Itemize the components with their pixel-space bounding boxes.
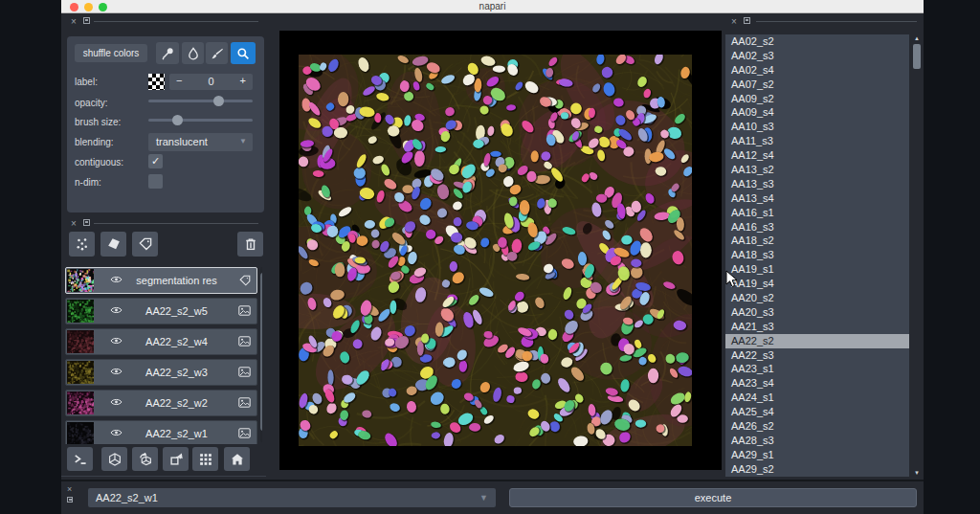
- ndim-checkbox[interactable]: [148, 174, 163, 189]
- layer-name[interactable]: AA22_s2_w2: [123, 397, 230, 409]
- close-dock-icon[interactable]: ×: [71, 219, 77, 229]
- grid-view-button[interactable]: [192, 447, 218, 471]
- layer-visibility-eye-icon[interactable]: [110, 336, 122, 346]
- scrollbar-thumb[interactable]: [260, 273, 262, 431]
- contiguous-checkbox[interactable]: ✓: [148, 154, 163, 168]
- titlebar[interactable]: napari: [61, 0, 924, 13]
- cell-segmentation-image[interactable]: [299, 55, 692, 446]
- image-list-item-aa16_s1[interactable]: AA16_s1: [725, 206, 909, 220]
- layer-visibility-eye-icon[interactable]: [110, 397, 122, 407]
- image-list-item-aa02_s3[interactable]: AA02_s3: [725, 49, 909, 63]
- layer-name[interactable]: AA22_s2_w3: [123, 367, 230, 378]
- paint-tool-button[interactable]: [206, 42, 228, 64]
- brush-size-slider-track[interactable]: [148, 119, 253, 122]
- console-button[interactable]: [67, 447, 93, 471]
- image-list-item-aa23_s1[interactable]: AA23_s1: [725, 362, 909, 376]
- image-list-item-aa26_s2[interactable]: AA26_s2: [725, 419, 909, 434]
- layer-row-aa22-s2-w5[interactable]: AA22_s2_w5: [65, 298, 257, 324]
- close-dock-icon[interactable]: ×: [731, 17, 737, 27]
- layer-visibility-eye-icon[interactable]: [110, 367, 122, 376]
- float-dock-icon[interactable]: [83, 219, 90, 226]
- layer-visibility-eye-icon[interactable]: [110, 275, 122, 284]
- new-points-layer-button[interactable]: [69, 232, 95, 257]
- image-list-item-aa09_s2[interactable]: AA09_s2: [725, 92, 909, 106]
- dock-separator: [94, 21, 258, 22]
- zoom-tool-button[interactable]: [231, 42, 256, 64]
- layer-row-aa22-s2-w3[interactable]: AA22_s2_w3: [65, 359, 257, 386]
- spin-increment-icon[interactable]: +: [240, 75, 246, 86]
- scroll-up-icon[interactable]: ▲: [912, 35, 922, 41]
- brush-size-slider[interactable]: [148, 113, 253, 126]
- image-list-item-aa20_s2[interactable]: AA20_s2: [725, 291, 909, 305]
- close-dock-icon[interactable]: ×: [71, 17, 77, 27]
- image-list-item-aa18_s3[interactable]: AA18_s3: [725, 248, 909, 262]
- viewer-canvas[interactable]: [279, 31, 722, 470]
- layer-name[interactable]: AA22_s2_w5: [123, 305, 230, 317]
- label-spinbox[interactable]: − 0 +: [169, 74, 253, 90]
- layer-row-segmentation-res[interactable]: segmentation res: [65, 267, 257, 294]
- float-dock-icon[interactable]: [83, 17, 90, 24]
- image-list-item-aa13_s4[interactable]: AA13_s4: [725, 191, 909, 206]
- image-list-item-aa16_s3[interactable]: AA16_s3: [725, 220, 909, 235]
- shuffle-colors-button[interactable]: shuffle colors: [75, 44, 147, 62]
- layer-name[interactable]: AA22_s2_w4: [123, 336, 230, 347]
- layer-name[interactable]: AA22_s2_w1: [123, 428, 230, 439]
- image-list-item-aa09_s4[interactable]: AA09_s4: [725, 105, 909, 120]
- image-list-item-aa22_s2[interactable]: AA22_s2: [725, 334, 909, 348]
- image-list-item-aa02_s2[interactable]: AA02_s2: [725, 34, 909, 49]
- layer-row-aa22-s2-w4[interactable]: AA22_s2_w4: [65, 328, 257, 355]
- delete-layer-button[interactable]: [237, 232, 263, 257]
- image-list-item-aa28_s3[interactable]: AA28_s3: [725, 434, 909, 448]
- image-list-scrollbar[interactable]: ▲ ▼: [912, 34, 922, 477]
- image-list-item-aa20_s3[interactable]: AA20_s3: [725, 305, 909, 320]
- image-list-item-aa13_s2[interactable]: AA13_s2: [725, 163, 909, 177]
- image-list-item-aa21_s3[interactable]: AA21_s3: [725, 320, 909, 334]
- layer-row-aa22-s2-w1[interactable]: AA22_s2_w1: [65, 420, 257, 444]
- image-list-item-aa29_s1[interactable]: AA29_s1: [725, 448, 909, 462]
- image-list-item-aa29_s2[interactable]: AA29_s2: [725, 462, 909, 477]
- transpose-button[interactable]: [163, 447, 189, 471]
- image-list-item-aa18_s2[interactable]: AA18_s2: [725, 234, 909, 248]
- layer-thumbnail: [67, 422, 94, 444]
- image-list-item-aa24_s1[interactable]: AA24_s1: [725, 391, 909, 405]
- layer-list-scrollbar[interactable]: [260, 267, 262, 442]
- image-list-item-aa11_s3[interactable]: AA11_s3: [725, 134, 909, 148]
- image-list-item-aa19_s1[interactable]: AA19_s1: [725, 262, 909, 277]
- image-dropdown[interactable]: AA22_s2_w1 ▼: [88, 488, 496, 507]
- new-labels-layer-button[interactable]: [132, 232, 158, 257]
- image-list-item-aa12_s4[interactable]: AA12_s4: [725, 148, 909, 163]
- float-dock-icon[interactable]: [744, 17, 750, 24]
- close-dock-icon[interactable]: ×: [67, 484, 72, 494]
- color-picker-tool-button[interactable]: [156, 42, 179, 64]
- label-color-swatch[interactable]: [148, 74, 165, 90]
- opacity-slider-handle[interactable]: [213, 96, 224, 106]
- image-list-item-aa23_s4[interactable]: AA23_s4: [725, 376, 909, 391]
- image-list-item-aa13_s3[interactable]: AA13_s3: [725, 177, 909, 191]
- image-list-item-aa10_s3[interactable]: AA10_s3: [725, 120, 909, 134]
- scrollbar-thumb[interactable]: [913, 44, 921, 69]
- fill-tool-button[interactable]: [182, 42, 204, 64]
- blending-dropdown[interactable]: translucent ▼: [148, 133, 253, 151]
- image-list-item-aa07_s2[interactable]: AA07_s2: [725, 78, 909, 92]
- layer-name[interactable]: segmentation res: [123, 275, 230, 286]
- layer-row-aa22-s2-w2[interactable]: AA22_s2_w2: [65, 390, 257, 416]
- home-button[interactable]: [224, 447, 250, 471]
- image-list-item-aa02_s4[interactable]: AA02_s4: [725, 63, 909, 78]
- ndisplay-button[interactable]: [101, 447, 127, 471]
- execute-button[interactable]: execute: [509, 488, 917, 507]
- dock-separator: [94, 223, 258, 224]
- scroll-down-icon[interactable]: ▼: [912, 470, 922, 476]
- layer-visibility-eye-icon[interactable]: [110, 428, 122, 437]
- opacity-slider[interactable]: [148, 94, 253, 107]
- image-list-item-aa22_s3[interactable]: AA22_s3: [725, 348, 909, 363]
- image-layer-icon: [238, 428, 251, 438]
- roll-dimensions-button[interactable]: [132, 447, 158, 471]
- image-list-item-aa25_s4[interactable]: AA25_s4: [725, 405, 909, 419]
- image-list-item-aa19_s4[interactable]: AA19_s4: [725, 277, 909, 291]
- new-shapes-layer-button[interactable]: [100, 232, 126, 257]
- layer-visibility-eye-icon[interactable]: [110, 305, 122, 315]
- opacity-slider-track[interactable]: [148, 100, 253, 102]
- brush-size-slider-handle[interactable]: [172, 115, 183, 125]
- trash-icon: [244, 237, 257, 251]
- float-dock-icon[interactable]: [67, 497, 73, 503]
